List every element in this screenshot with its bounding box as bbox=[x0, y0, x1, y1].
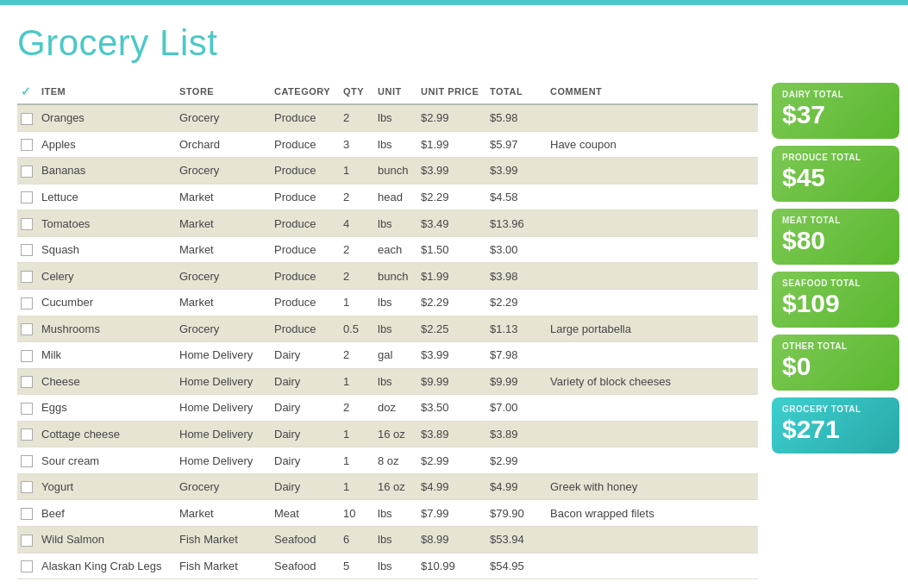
checkbox-cell[interactable] bbox=[17, 473, 38, 500]
total-card-value: $80 bbox=[782, 225, 889, 256]
checkbox-cell[interactable] bbox=[17, 289, 38, 316]
main-content: Grocery List ✓ ITEM STORE CATEGORY QTY U… bbox=[17, 22, 758, 579]
comment-cell bbox=[547, 553, 758, 579]
checkbox-icon[interactable] bbox=[21, 350, 33, 362]
checkbox-icon[interactable] bbox=[21, 403, 33, 415]
checkbox-cell[interactable] bbox=[17, 527, 38, 554]
total-cell: $53.94 bbox=[486, 527, 547, 554]
unit-cell: lbs bbox=[374, 316, 417, 342]
unit-cell: each bbox=[374, 236, 417, 263]
table-row: Oranges Grocery Produce 2 lbs $2.99 $5.9… bbox=[17, 104, 758, 131]
total-card-meat-total: MEAT TOTAL $80 bbox=[772, 209, 899, 265]
total-card-value: $45 bbox=[782, 162, 889, 193]
checkbox-cell[interactable] bbox=[17, 421, 38, 447]
checkbox-cell[interactable] bbox=[17, 263, 38, 290]
category-cell: Produce bbox=[271, 131, 340, 158]
total-cell: $2.29 bbox=[486, 289, 547, 316]
item-cell: Lettuce bbox=[38, 184, 176, 210]
checkbox-cell[interactable] bbox=[17, 368, 38, 395]
table-row: Cucumber Market Produce 1 lbs $2.29 $2.2… bbox=[17, 289, 758, 316]
checkbox-icon[interactable] bbox=[21, 535, 33, 547]
checkbox-icon[interactable] bbox=[21, 508, 33, 520]
total-cell: $3.89 bbox=[486, 421, 547, 447]
comment-cell bbox=[547, 342, 758, 369]
checkbox-icon[interactable] bbox=[21, 139, 33, 151]
page-title: Grocery List bbox=[17, 22, 758, 64]
unit-cell: lbs bbox=[374, 500, 417, 527]
grocery-table: ✓ ITEM STORE CATEGORY QTY UNIT UNIT PRIC… bbox=[17, 79, 758, 579]
checkbox-cell[interactable] bbox=[17, 395, 38, 422]
col-header-store: STORE bbox=[176, 79, 271, 104]
checkbox-icon[interactable] bbox=[21, 218, 33, 230]
item-cell: Cheese bbox=[38, 368, 176, 395]
checkbox-cell[interactable] bbox=[17, 158, 38, 185]
checkbox-icon[interactable] bbox=[21, 376, 33, 388]
category-cell: Produce bbox=[271, 104, 340, 131]
checkbox-icon[interactable] bbox=[21, 166, 33, 178]
checkbox-cell[interactable] bbox=[17, 210, 38, 237]
category-cell: Produce bbox=[271, 236, 340, 263]
unit-price-cell: $3.99 bbox=[417, 342, 486, 369]
checkbox-cell[interactable] bbox=[17, 236, 38, 263]
comment-cell bbox=[547, 263, 758, 290]
item-cell: Cucumber bbox=[38, 289, 176, 316]
total-card-seafood-total: SEAFOOD TOTAL $109 bbox=[772, 272, 899, 328]
checkbox-cell[interactable] bbox=[17, 104, 38, 131]
table-row: Squash Market Produce 2 each $1.50 $3.00 bbox=[17, 236, 758, 263]
qty-cell: 0.5 bbox=[340, 316, 374, 342]
table-row: Yogurt Grocery Dairy 1 16 oz $4.99 $4.99… bbox=[17, 473, 758, 500]
unit-price-cell: $2.25 bbox=[417, 316, 486, 342]
comment-cell: Greek with honey bbox=[547, 473, 758, 500]
table-row: Bananas Grocery Produce 1 bunch $3.99 $3… bbox=[17, 158, 758, 185]
item-cell: Oranges bbox=[38, 104, 176, 131]
qty-cell: 1 bbox=[340, 158, 374, 185]
checkbox-cell[interactable] bbox=[17, 131, 38, 158]
total-card-dairy-total: DAIRY TOTAL $37 bbox=[772, 83, 899, 139]
table-row: Sour cream Home Delivery Dairy 1 8 oz $2… bbox=[17, 447, 758, 474]
category-cell: Produce bbox=[271, 263, 340, 290]
totals-sidebar: DAIRY TOTAL $37 PRODUCE TOTAL $45 MEAT T… bbox=[772, 83, 899, 579]
store-cell: Home Delivery bbox=[176, 447, 271, 474]
store-cell: Home Delivery bbox=[176, 421, 271, 447]
checkbox-cell[interactable] bbox=[17, 500, 38, 527]
checkbox-icon[interactable] bbox=[21, 271, 33, 283]
table-header-row: ✓ ITEM STORE CATEGORY QTY UNIT UNIT PRIC… bbox=[17, 79, 758, 104]
total-card-value: $271 bbox=[782, 414, 889, 445]
total-cell: $4.99 bbox=[486, 473, 547, 500]
checkbox-cell[interactable] bbox=[17, 184, 38, 210]
total-card-grocery-total: GROCERY TOTAL $271 bbox=[772, 397, 899, 454]
checkbox-icon[interactable] bbox=[21, 481, 33, 493]
unit-cell: doz bbox=[374, 395, 417, 422]
unit-price-cell: $1.50 bbox=[417, 236, 486, 263]
unit-cell: lbs bbox=[374, 527, 417, 554]
checkbox-icon[interactable] bbox=[21, 560, 33, 572]
item-cell: Alaskan King Crab Legs bbox=[38, 553, 176, 579]
qty-cell: 1 bbox=[340, 447, 374, 474]
checkbox-cell[interactable] bbox=[17, 553, 38, 579]
item-cell: Bananas bbox=[38, 158, 176, 185]
checkbox-icon[interactable] bbox=[21, 455, 33, 467]
category-cell: Seafood bbox=[271, 553, 340, 579]
category-cell: Produce bbox=[271, 289, 340, 316]
item-cell: Yogurt bbox=[38, 473, 176, 500]
store-cell: Grocery bbox=[176, 104, 271, 131]
comment-cell bbox=[547, 210, 758, 237]
checkbox-icon[interactable] bbox=[21, 428, 33, 441]
total-cell: $13.96 bbox=[486, 210, 547, 237]
checkbox-icon[interactable] bbox=[21, 297, 33, 310]
checkbox-icon[interactable] bbox=[21, 113, 33, 125]
checkbox-cell[interactable] bbox=[17, 342, 38, 369]
table-row: Alaskan King Crab Legs Fish Market Seafo… bbox=[17, 553, 758, 579]
checkbox-cell[interactable] bbox=[17, 447, 38, 474]
table-row: Celery Grocery Produce 2 bunch $1.99 $3.… bbox=[17, 263, 758, 290]
unit-cell: lbs bbox=[374, 368, 417, 395]
checkbox-icon[interactable] bbox=[21, 191, 33, 203]
qty-cell: 5 bbox=[340, 553, 374, 579]
qty-cell: 2 bbox=[340, 395, 374, 422]
checkbox-icon[interactable] bbox=[21, 244, 33, 256]
comment-cell bbox=[547, 184, 758, 210]
store-cell: Home Delivery bbox=[176, 368, 271, 395]
checkbox-cell[interactable] bbox=[17, 316, 38, 342]
checkbox-icon[interactable] bbox=[21, 323, 33, 335]
unit-price-cell: $3.49 bbox=[417, 210, 486, 237]
